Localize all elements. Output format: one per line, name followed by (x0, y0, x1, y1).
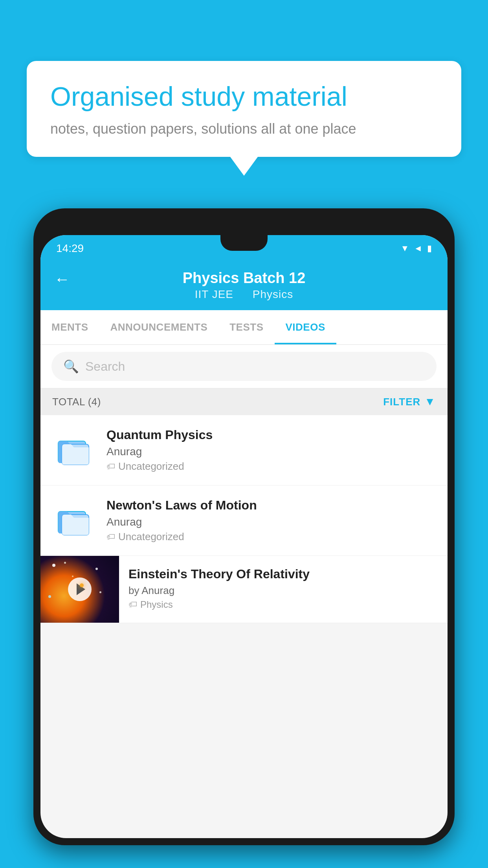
video-tag: 🏷 Physics (128, 599, 438, 610)
notch (220, 235, 268, 251)
filter-icon: ▼ (424, 395, 436, 408)
folder-icon (56, 503, 92, 538)
bubble-subtitle: notes, question papers, solutions all at… (50, 121, 438, 137)
speech-bubble: Organised study material notes, question… (27, 61, 461, 157)
phone-screen: 14:29 ▼ ◄ ▮ ← Physics Batch 12 IIT JEE P… (40, 235, 448, 838)
folder-icon (56, 432, 92, 468)
tab-videos[interactable]: VIDEOS (275, 310, 336, 344)
total-count: TOTAL (4) (52, 396, 101, 408)
tag-icon: 🏷 (106, 532, 115, 542)
folder-thumbnail (52, 428, 95, 472)
video-author: Anurag (106, 445, 436, 458)
battery-icon: ▮ (427, 243, 432, 254)
tag-label: Uncategorized (118, 460, 184, 473)
video-info: Newton's Laws of Motion Anurag 🏷 Uncateg… (106, 498, 436, 543)
tag-icon: 🏷 (128, 600, 137, 610)
list-item[interactable]: Einstein's Theory Of Relativity by Anura… (40, 556, 448, 623)
search-input-container[interactable]: 🔍 Search (51, 352, 437, 381)
list-item[interactable]: Newton's Laws of Motion Anurag 🏷 Uncateg… (40, 485, 448, 556)
filter-bar: TOTAL (4) FILTER ▼ (40, 388, 448, 415)
tab-ments[interactable]: MENTS (40, 310, 99, 344)
status-time: 14:29 (56, 242, 84, 255)
tag-label: Uncategorized (118, 531, 184, 543)
video-title: Einstein's Theory Of Relativity (128, 567, 438, 581)
search-icon: 🔍 (63, 359, 79, 374)
header-title: Physics Batch 12 (183, 270, 306, 287)
video-author: by Anurag (128, 585, 438, 597)
video-info: Quantum Physics Anurag 🏷 Uncategorized (106, 428, 436, 473)
tab-announcements[interactable]: ANNOUNCEMENTS (99, 310, 219, 344)
header-subtitle: IIT JEE Physics (191, 288, 297, 301)
back-button[interactable]: ← (54, 270, 70, 288)
filter-button[interactable]: FILTER ▼ (383, 395, 436, 408)
top-bar: ← Physics Batch 12 IIT JEE Physics (40, 262, 448, 310)
filter-label: FILTER (383, 396, 420, 408)
video-thumbnail (40, 556, 119, 623)
tab-tests[interactable]: TESTS (218, 310, 274, 344)
search-placeholder: Search (85, 359, 125, 374)
bubble-title: Organised study material (50, 81, 438, 113)
video-info: Einstein's Theory Of Relativity by Anura… (119, 556, 448, 623)
search-bar: 🔍 Search (40, 345, 448, 388)
phone-frame: 14:29 ▼ ◄ ▮ ← Physics Batch 12 IIT JEE P… (33, 208, 455, 845)
tabs: MENTS ANNOUNCEMENTS TESTS VIDEOS (40, 310, 448, 345)
play-button[interactable] (68, 577, 92, 601)
folder-thumbnail (52, 499, 95, 542)
tag-icon: 🏷 (106, 462, 115, 472)
header-subtitle-left: IIT JEE (195, 288, 233, 300)
status-bar: 14:29 ▼ ◄ ▮ (40, 235, 448, 262)
header-subtitle-right: Physics (253, 288, 293, 300)
video-title: Quantum Physics (106, 428, 436, 442)
tag-label: Physics (140, 599, 173, 610)
status-icons: ▼ ◄ ▮ (400, 243, 432, 254)
video-tag: 🏷 Uncategorized (106, 460, 436, 473)
video-list: Quantum Physics Anurag 🏷 Uncategorized (40, 415, 448, 623)
phone-container: 14:29 ▼ ◄ ▮ ← Physics Batch 12 IIT JEE P… (33, 208, 455, 868)
signal-icon: ◄ (414, 243, 422, 254)
video-title: Newton's Laws of Motion (106, 498, 436, 513)
list-item[interactable]: Quantum Physics Anurag 🏷 Uncategorized (40, 415, 448, 485)
video-tag: 🏷 Uncategorized (106, 531, 436, 543)
wifi-icon: ▼ (400, 243, 409, 254)
video-author: Anurag (106, 516, 436, 528)
